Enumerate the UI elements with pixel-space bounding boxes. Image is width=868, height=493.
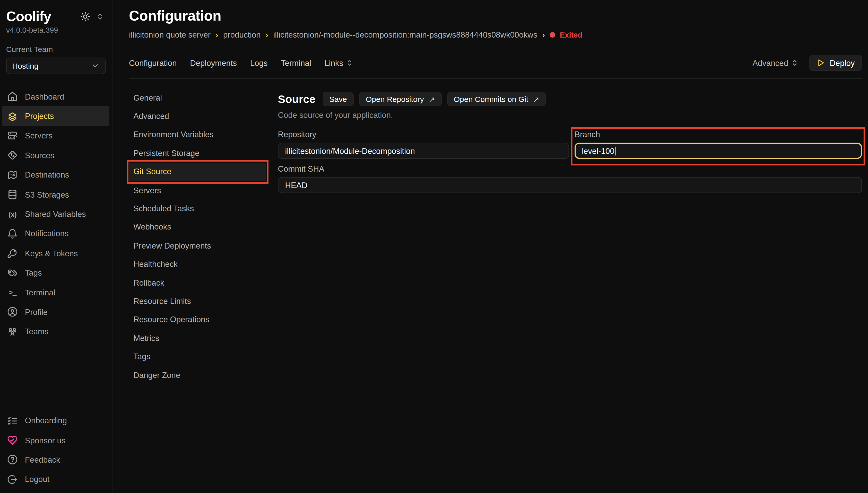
text-cursor [615,146,616,155]
chevrons-up-down-icon [791,59,798,66]
sidebar-item-feedback[interactable]: Feedback [0,450,112,470]
page-title: Configuration [129,7,862,24]
sidebar-item-servers[interactable]: Servers [0,126,112,146]
sidebar-item-sources[interactable]: Sources [0,146,112,165]
repository-input[interactable]: illicitestonion/Module-Decomposition [278,143,569,159]
subnav-item-scheduled-tasks[interactable]: Scheduled Tasks [129,199,266,218]
repository-field: Repository illicitestonion/Module-Decomp… [278,130,569,159]
source-header: Source Save Open Repository ↗ Open Commi… [278,92,862,106]
chevron-down-icon [91,62,100,70]
subnav-item-preview-deployments[interactable]: Preview Deployments [129,236,266,255]
terminal-icon: >_ [7,287,18,298]
chevron-right-icon: › [216,30,218,39]
bell-icon [7,229,18,239]
subnav-item-resource-operations[interactable]: Resource Operations [129,310,266,329]
help-circle-icon [7,454,18,465]
variables-icon: (x) [7,209,18,219]
subnav-item-rollback[interactable]: Rollback [129,273,266,292]
home-icon [7,91,18,102]
breadcrumb: illicitonion quote server › production ›… [129,30,862,39]
subnav-item-healthcheck[interactable]: Healthcheck [129,255,266,273]
external-link-icon: ↗ [533,95,539,103]
subnav-item-general[interactable]: General [129,88,266,107]
source-description: Code source of your application. [278,111,862,120]
commit-sha-field: Commit SHA HEAD [278,165,862,193]
subnav-item-environment-variables[interactable]: Environment Variables [129,126,266,144]
sidebar-footer: Onboarding Sponsor us Feedback Logout [0,411,112,493]
open-commits-button[interactable]: Open Commits on Git ↗ [447,92,546,106]
chevron-right-icon: › [542,30,545,39]
commit-sha-input[interactable]: HEAD [278,177,862,193]
theme-sun-icon[interactable] [80,11,90,21]
source-heading: Source [278,93,316,105]
status-badge: Exited [550,30,582,39]
subnav-item-metrics[interactable]: Metrics [129,329,266,347]
sidebar-item-terminal[interactable]: >_ Terminal [0,283,112,302]
tab-deployments[interactable]: Deployments [190,59,237,67]
repository-label: Repository [278,130,569,139]
app-version: v4.0.0-beta.399 [0,24,112,35]
configuration-content: General Advanced Environment Variables P… [129,88,862,493]
tabs-row: Configuration Deployments Logs Terminal … [129,55,862,71]
subnav-item-git-source[interactable]: Git Source [129,163,266,181]
subnav-item-resource-limits[interactable]: Resource Limits [129,292,266,310]
open-repository-button[interactable]: Open Repository ↗ [359,92,442,106]
sidebar-item-onboarding[interactable]: Onboarding [0,411,112,430]
coolify-app: Coolify v4.0.0-beta.399 Current Team Hos… [0,0,868,493]
breadcrumb-project[interactable]: illicitonion quote server [129,30,211,39]
subnav-item-tags[interactable]: Tags [129,347,266,366]
map-icon [7,170,18,180]
sidebar-item-dashboard[interactable]: Dashboard [0,87,112,107]
logout-icon [7,474,18,485]
sidebar-item-shared-variables[interactable]: (x) Shared Variables [0,204,112,224]
database-icon [7,189,18,200]
tab-terminal[interactable]: Terminal [281,59,311,67]
tab-links[interactable]: Links [324,59,353,67]
advanced-menu[interactable]: Advanced [753,59,798,67]
theme-chevrons-up-down-icon[interactable] [96,12,104,20]
team-select-value: Hosting [12,62,38,70]
source-fields: Repository illicitestonion/Module-Decomp… [278,130,862,193]
sidebar-item-teams[interactable]: Teams [0,322,112,341]
layers-icon [7,111,18,122]
chevrons-up-down-icon [346,59,353,66]
git-source-icon [7,150,18,161]
sidebar-item-projects[interactable]: Projects [2,107,109,126]
sidebar-item-keys-tokens[interactable]: Keys & Tokens [0,243,112,263]
branch-input[interactable]: level-100 [575,143,862,159]
external-link-icon: ↗ [429,95,435,103]
sidebar-nav: Dashboard Projects Servers Sources Desti… [0,87,112,341]
save-button[interactable]: Save [322,92,354,106]
sidebar-item-profile[interactable]: Profile [0,302,112,322]
status-dot-icon [550,32,555,38]
git-source-panel: Source Save Open Repository ↗ Open Commi… [278,88,862,493]
main-area: Configuration illicitonion quote server … [112,0,868,493]
tab-logs[interactable]: Logs [250,59,268,67]
server-icon [7,130,18,141]
sidebar-item-notifications[interactable]: Notifications [0,224,112,243]
subnav-git-source-wrap: Git Source [129,163,266,181]
subnav-item-servers[interactable]: Servers [129,181,266,199]
status-label: Exited [560,30,582,39]
sidebar-item-tags[interactable]: Tags [0,263,112,283]
sidebar: Coolify v4.0.0-beta.399 Current Team Hos… [0,0,112,493]
deploy-button[interactable]: Deploy [809,55,862,71]
tab-configuration[interactable]: Configuration [129,59,176,67]
sidebar-item-sponsor-us[interactable]: Sponsor us [0,430,112,450]
subnav-item-advanced[interactable]: Advanced [129,107,266,126]
sidebar-item-s3-storages[interactable]: S3 Storages [0,185,112,204]
sidebar-item-destinations[interactable]: Destinations [0,165,112,185]
subnav-item-persistent-storage[interactable]: Persistent Storage [129,144,266,163]
tags-icon [7,267,18,278]
subnav-item-danger-zone[interactable]: Danger Zone [129,366,266,384]
team-select[interactable]: Hosting [6,58,106,74]
sidebar-header: Coolify [0,0,112,24]
subnav-item-webhooks[interactable]: Webhooks [129,218,266,236]
coolify-logo: Coolify [6,8,51,24]
tabs-divider [129,78,862,79]
chevron-right-icon: › [266,30,268,39]
sidebar-item-logout[interactable]: Logout [0,470,112,489]
users-icon [7,326,18,337]
breadcrumb-resource[interactable]: illicitestonion/-module--decomposition:m… [273,30,537,39]
breadcrumb-environment[interactable]: production [223,30,261,39]
